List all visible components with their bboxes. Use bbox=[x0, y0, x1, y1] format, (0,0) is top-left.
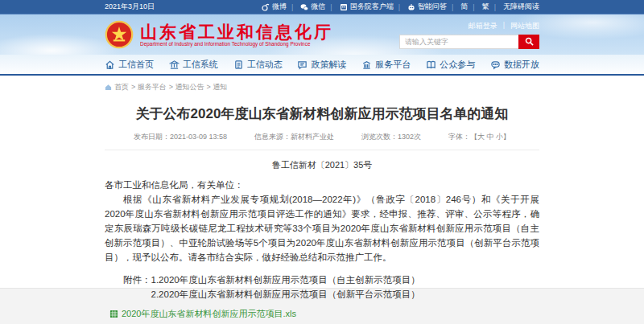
topbar-link-gov-client[interactable]: 国务院客户端 bbox=[325, 2, 393, 12]
nav-item-participation[interactable]: 公众参与 bbox=[426, 59, 475, 71]
excel-file-icon bbox=[109, 310, 118, 318]
sitemap-link[interactable]: 网站地图 bbox=[510, 21, 539, 31]
nav-item-service[interactable]: 服务平台 bbox=[361, 59, 411, 71]
open-book-icon bbox=[426, 59, 436, 70]
topbar-date: 2021年3月10日 bbox=[105, 2, 155, 12]
topbar-link-wechat[interactable]: 微信 bbox=[287, 2, 325, 12]
topbar-link-smart-qa[interactable]: 智能问答 bbox=[394, 2, 447, 12]
document-icon bbox=[233, 59, 244, 70]
brand-text: 山东省工业和信息化厅 Department of Industry and In… bbox=[140, 23, 333, 47]
nav-item-news[interactable]: 工信动态 bbox=[233, 59, 283, 71]
search-input[interactable] bbox=[399, 35, 518, 49]
site-brand[interactable]: 山东省工业和信息化厅 Department of Industry and In… bbox=[105, 20, 333, 49]
nav-item-home[interactable]: 工信首页 bbox=[105, 59, 154, 71]
topbar-links: 微博 微信 国务院客户端 智能问答 简 繁 无障碍阅读 bbox=[262, 2, 539, 12]
main-nav: 工信首页 工信系统 工信动态 政策解读 服务平台 公众参与 数据开放 bbox=[0, 55, 644, 76]
main-content: 首页服务平台通知公告通知 关于公布2020年度山东省新材料创新应用示范项目名单的… bbox=[0, 76, 644, 288]
site-title: 山东省工业和信息化厅 bbox=[140, 23, 333, 41]
nav-item-data[interactable]: 数据开放 bbox=[490, 59, 539, 71]
home-icon bbox=[105, 59, 115, 70]
topbar-link-simplified[interactable]: 简 bbox=[447, 2, 468, 12]
attachment-line-1: 附件：1.2020年度山东省新材料创新应用示范项目（自主创新示范项目） bbox=[123, 273, 539, 287]
document-number: 鲁工信新材〔2021〕35号 bbox=[105, 159, 539, 171]
attachment-item-2: 2.2020年度山东省新材料创新应用示范项目（创新平台示范项目） bbox=[151, 289, 420, 299]
font-size-options[interactable]: 【大 中 小】 bbox=[470, 133, 510, 141]
search-icon bbox=[525, 37, 534, 46]
weibo-icon bbox=[262, 3, 270, 11]
nav-item-policy[interactable]: 政策解读 bbox=[297, 59, 346, 71]
breadcrumb: 首页服务平台通知公告通知 bbox=[105, 82, 539, 92]
breadcrumb-item-notice[interactable]: 通知 bbox=[207, 82, 228, 92]
client-app-icon bbox=[340, 3, 348, 11]
breadcrumb-item-platform[interactable]: 服务平台 bbox=[131, 82, 167, 92]
body-paragraph: 根据《山东省新材料产业发展专项规划(2018—2022年)》（鲁政字〔2018〕… bbox=[105, 192, 539, 265]
national-emblem-logo bbox=[105, 20, 134, 49]
article-title: 关于公布2020年度山东省新材料创新应用示范项目名单的通知 bbox=[105, 105, 539, 123]
publish-date: 发布日期：2021-03-09 13:58 bbox=[134, 132, 227, 142]
site-subtitle: Department of Industry and Information T… bbox=[140, 41, 318, 46]
breadcrumb-item-home[interactable]: 首页 bbox=[114, 82, 129, 92]
platform-building-icon bbox=[361, 59, 372, 70]
topbar: 2021年3月10日 微博 微信 国务院客户端 智能问答 简 繁 bbox=[0, 0, 644, 14]
data-bubble-icon bbox=[490, 59, 501, 70]
attachment-item-1: 1.2020年度山东省新材料创新应用示范项目（自主创新示范项目） bbox=[151, 275, 420, 285]
header-top-links: 邮箱登录 | 网站地图 bbox=[469, 21, 539, 31]
topbar-link-accessibility[interactable]: 无障碍阅读 bbox=[489, 2, 539, 12]
chat-bubble-icon bbox=[297, 59, 308, 70]
bank-icon bbox=[169, 59, 180, 70]
search-button[interactable] bbox=[518, 35, 539, 49]
site-header: 山东省工业和信息化厅 Department of Industry and In… bbox=[0, 14, 644, 55]
salutation: 各市工业和信息化局，有关单位： bbox=[105, 178, 539, 192]
searchbar bbox=[399, 35, 539, 49]
breadcrumb-item-notices[interactable]: 通知公告 bbox=[169, 82, 204, 92]
info-source: 信息来源：新材料产业处 bbox=[254, 132, 334, 142]
nav-item-system[interactable]: 工信系统 bbox=[169, 59, 218, 71]
mail-login-link[interactable]: 邮箱登录 bbox=[469, 21, 497, 31]
article-meta: 发布日期：2021-03-09 13:58 信息来源：新材料产业处 浏览次数：1… bbox=[105, 132, 539, 150]
topbar-link-traditional[interactable]: 繁 bbox=[468, 2, 489, 12]
robot-icon bbox=[407, 3, 415, 11]
topbar-link-weibo[interactable]: 微博 bbox=[262, 2, 287, 12]
view-count: 浏览次数：1302次 bbox=[361, 132, 421, 142]
article-body: 各市工业和信息化局，有关单位： 根据《山东省新材料产业发展专项规划(2018—2… bbox=[105, 178, 539, 265]
wechat-icon bbox=[300, 3, 308, 11]
breadcrumb-home-icon bbox=[105, 84, 112, 91]
font-size-control: 字体：【大 中 小】 bbox=[448, 132, 510, 142]
